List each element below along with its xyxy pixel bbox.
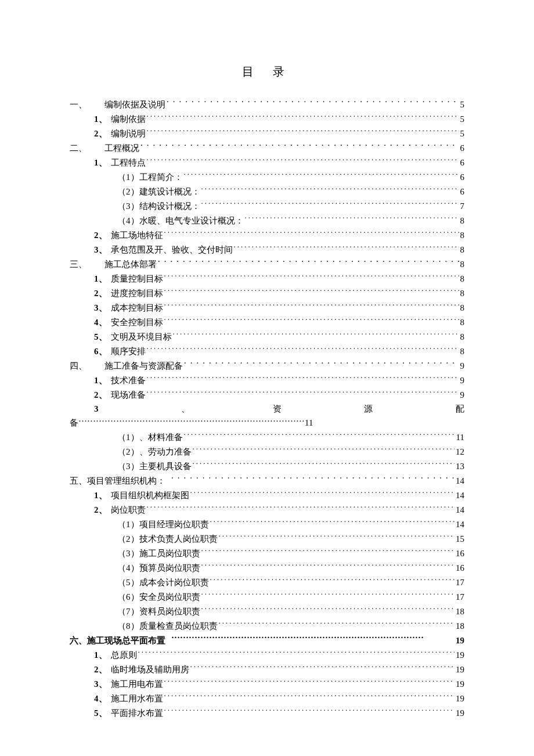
toc-entry-label: 安全控制目标 [111, 315, 163, 329]
toc-entry-page: 8 [460, 315, 465, 329]
toc-entry: （3）施工员岗位职责16 [117, 546, 464, 560]
toc-title: 目 录 [70, 64, 464, 80]
toc-entry: 五、项目管理组织机构：14 [70, 473, 464, 488]
toc-entry-num: 3、 [94, 243, 107, 257]
toc-entry-num: 2、 [94, 127, 107, 141]
toc-entry-label: 岗位职责 [111, 503, 146, 517]
toc-entry-label: 现场准备 [111, 388, 146, 402]
toc-entry-page: 13 [456, 459, 464, 473]
toc-entry: （5）成本会计岗位职责17 [117, 575, 464, 589]
toc-entry-page: 8 [460, 344, 465, 358]
toc-leader [193, 459, 455, 469]
toc-entry-label: （3）结构设计概况： [117, 199, 200, 213]
toc-entry: （2）、劳动力准备12 [117, 444, 464, 459]
toc-entry: （8）质量检查员岗位职责18 [117, 618, 464, 633]
toc-entry-page: 7 [460, 199, 465, 213]
toc-entry-page: 19 [456, 677, 464, 691]
toc-entry-label: 编制依据 [111, 112, 146, 126]
toc-leader [147, 126, 459, 136]
toc-entry-num: 1、 [94, 488, 107, 502]
toc-entry: 1、工程特点6 [94, 155, 464, 170]
toc-entry-page: 8 [460, 214, 465, 228]
toc-entry-num: 4、 [94, 315, 107, 329]
toc-entry-label: 编制说明 [111, 127, 146, 141]
toc-entry: 1、项目组织机构框架图14 [94, 488, 464, 502]
toc-leader [201, 184, 459, 195]
toc-entry-num: 5、 [94, 330, 107, 344]
toc-entry-page: 8 [460, 243, 465, 257]
toc-entry-page: 14 [456, 488, 464, 502]
toc-entry-label: 进度控制目标 [111, 286, 163, 300]
toc-entry-page: 5 [460, 127, 465, 141]
toc-leader [147, 373, 459, 383]
toc-entry-label: 编制依据及说明 [104, 98, 165, 111]
toc-leader [190, 488, 455, 498]
toc-leader [184, 170, 459, 180]
toc-leader [171, 473, 454, 484]
toc-entry-page: 6 [460, 141, 465, 155]
toc-entry-label: 施工用电布置 [111, 677, 163, 691]
toc-entry: （4）预算员岗位职责16 [117, 560, 464, 575]
toc-entry-label: 质量控制目标 [111, 272, 163, 286]
toc-entry: 1、技术准备9 [94, 373, 464, 387]
toc-entry: 3、施工用电布置19 [94, 676, 464, 691]
toc-entry: （1）项目经理岗位职责14 [117, 517, 464, 531]
toc-entry-num: 3 [94, 402, 99, 416]
toc-entry-label: 工程特点 [111, 156, 146, 170]
toc-leader [210, 575, 455, 585]
toc-entry: （2）建筑设计概况：6 [117, 184, 464, 199]
document-page: 目 录 一、编制依据及说明51、编制依据52、编制说明5二、工程概况61、工程特… [0, 0, 534, 755]
toc-leader [201, 199, 459, 209]
toc-entry-num: 六、 [70, 633, 87, 647]
toc-leader [234, 242, 459, 253]
toc-entry-label: 文明及环境目标 [111, 330, 172, 344]
toc-leader [140, 141, 459, 151]
toc-entry: 二、工程概况6 [70, 141, 464, 155]
toc-entry-page: 14 [456, 517, 464, 531]
toc-entry-label: （4）水暖、电气专业设计概况： [117, 214, 244, 228]
toc-entry-num: 1、 [94, 648, 107, 662]
toc-entry-label: 工程概况 [104, 141, 139, 155]
toc-entry-num: 2、 [94, 663, 107, 676]
toc-entry-page: 8 [460, 228, 465, 242]
toc-leader [147, 387, 459, 398]
toc-entry-label: （5）成本会计岗位职责 [117, 575, 209, 589]
toc-leader [190, 662, 455, 672]
toc-leader [167, 97, 459, 107]
toc-leader [171, 633, 454, 643]
toc-leader [201, 560, 455, 571]
toc-leader [193, 444, 455, 455]
toc-entry-page: 19 [456, 706, 464, 720]
toc-entry-page: 8 [460, 301, 465, 315]
toc-leader [138, 647, 455, 658]
toc-entry: 4、安全控制目标8 [94, 315, 464, 329]
toc-entry-label: 总原则 [111, 648, 137, 662]
toc-entry-page: 17 [456, 590, 464, 604]
toc-entry-label: （4）预算员岗位职责 [117, 561, 200, 575]
toc-leader [164, 705, 455, 716]
toc-entry-label: 资 [273, 402, 282, 416]
toc-entry: （3）主要机具设备13 [117, 459, 464, 473]
toc-entry-page: 16 [456, 561, 464, 575]
toc-entry-num: 1、 [94, 112, 107, 126]
toc-leader [164, 228, 459, 238]
toc-entry-page: 19 [456, 633, 464, 647]
toc-leader [219, 618, 455, 629]
toc-entry-num: 1、 [94, 156, 107, 170]
toc-leader [184, 358, 459, 369]
toc-entry-page: 6 [460, 170, 465, 184]
toc-entry-page: 18 [456, 619, 464, 633]
toc-entry: 3、成本控制目标8 [94, 300, 464, 315]
toc-entry-label: 平面排水布置 [111, 706, 163, 720]
toc-entry: 2、编制说明5 [94, 126, 464, 141]
toc-leader [164, 676, 455, 687]
toc-entry-page: 15 [456, 532, 464, 546]
toc-entry-page: 12 [456, 445, 464, 459]
toc-entry-num: 3、 [94, 301, 107, 315]
toc-leader [201, 589, 455, 600]
toc-entry-label: 施工用水布置 [111, 692, 163, 705]
toc-entry-num: 1、 [94, 373, 107, 387]
toc-entry-page: 16 [456, 546, 464, 560]
toc-entry: （4）水暖、电气专业设计概况：8 [117, 213, 464, 228]
toc-entry: 1、质量控制目标8 [94, 271, 464, 286]
